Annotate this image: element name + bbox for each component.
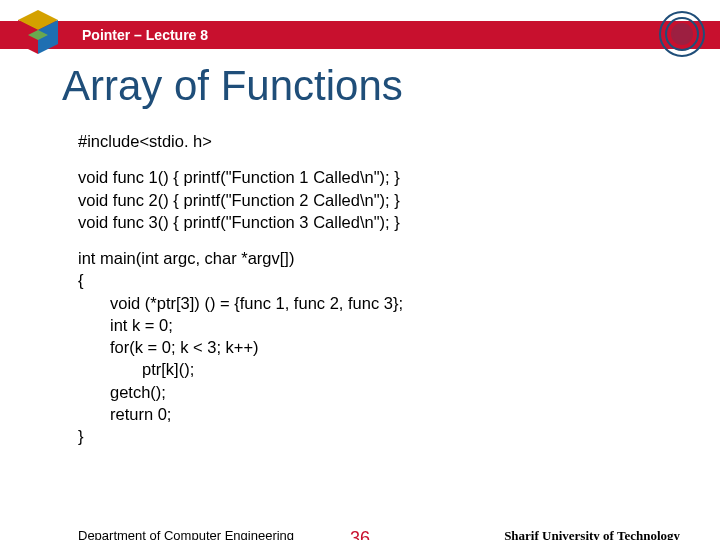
code-line: for(k = 0; k < 3; k++) (110, 336, 660, 358)
code-line: { (78, 269, 660, 291)
footer-university: Sharif University of Technology (504, 528, 680, 540)
code-line: getch(); (110, 381, 660, 403)
code-line: return 0; (110, 403, 660, 425)
code-line: void func 1() { printf("Function 1 Calle… (78, 166, 660, 188)
code-line: #include<stdio. h> (78, 130, 660, 152)
svg-point-6 (672, 24, 692, 44)
university-seal-icon (658, 10, 706, 58)
code-line: int k = 0; (110, 314, 660, 336)
code-line: } (78, 425, 660, 447)
slide: Pointer – Lecture 8 Array of Functions #… (0, 0, 720, 540)
course-logo-icon (10, 6, 66, 62)
footer-department: Department of Computer Engineering (78, 528, 294, 540)
code-line: ptr[k](); (142, 358, 660, 380)
slide-title: Array of Functions (62, 62, 403, 110)
page-number: 36 (350, 528, 370, 540)
code-block: #include<stdio. h> void func 1() { print… (78, 130, 660, 461)
header-course-title: Pointer – Lecture 8 (82, 27, 208, 43)
code-line: void func 2() { printf("Function 2 Calle… (78, 189, 660, 211)
code-line: int main(int argc, char *argv[]) (78, 247, 660, 269)
header-bar: Pointer – Lecture 8 (0, 21, 720, 49)
code-line: void (*ptr[3]) () = {func 1, func 2, fun… (110, 292, 660, 314)
code-line: void func 3() { printf("Function 3 Calle… (78, 211, 660, 233)
